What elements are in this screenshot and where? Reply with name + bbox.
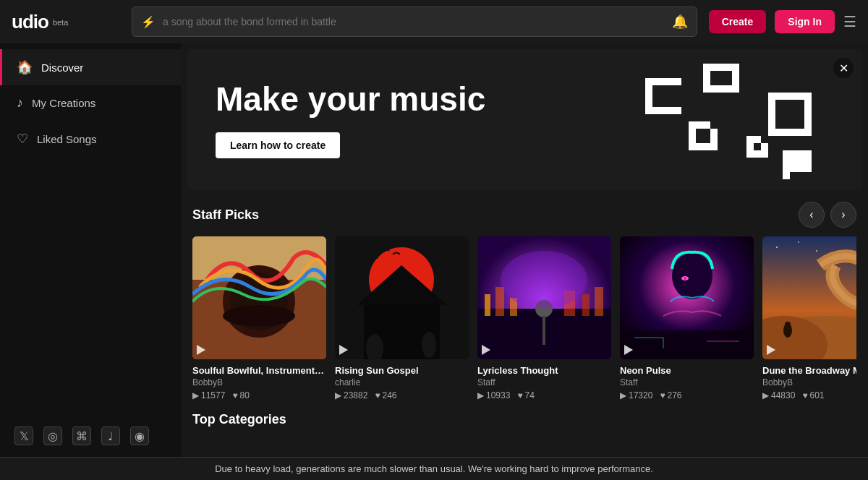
sidebar-item-discover[interactable]: 🏠 Discover bbox=[0, 49, 181, 85]
play-icon-5 bbox=[767, 345, 775, 355]
hero-svg-art bbox=[558, 49, 833, 190]
tiktok-icon[interactable]: ♩ bbox=[101, 427, 120, 445]
svg-rect-24 bbox=[783, 150, 790, 179]
close-hero-button[interactable]: ✕ bbox=[833, 58, 854, 78]
card-stats-5: ▶ 44830 ♥ 601 bbox=[762, 390, 856, 400]
svg-rect-43 bbox=[595, 287, 603, 316]
next-button[interactable]: › bbox=[830, 202, 856, 228]
card-author-1: BobbyB bbox=[192, 377, 326, 387]
heart-icon-5: ♥ bbox=[802, 390, 807, 400]
hero-text: Make your music Learn how to create bbox=[216, 81, 485, 158]
top-categories-title: Top Categories bbox=[192, 412, 856, 427]
create-button[interactable]: Create bbox=[709, 10, 767, 33]
card-image-1[interactable] bbox=[192, 236, 326, 359]
card-stats-4: ▶ 17320 ♥ 276 bbox=[620, 390, 754, 400]
card-author-4: Staff bbox=[620, 377, 754, 387]
play-icon-label: ▶ bbox=[192, 390, 199, 400]
music-note-icon: ♪ bbox=[17, 95, 23, 111]
card-art-svg-5 bbox=[762, 236, 856, 359]
bolt-icon: ⚡ bbox=[141, 15, 156, 29]
svg-rect-42 bbox=[582, 294, 590, 316]
card-title-3: Lyricless Thought bbox=[477, 365, 611, 376]
like-number-2: 246 bbox=[383, 390, 397, 400]
sidebar: 🏠 Discover ♪ My Creations ♡ Liked Songs … bbox=[0, 43, 181, 457]
play-count-5: ▶ 44830 bbox=[762, 390, 795, 400]
card-dune: Dune the Broadway Musica... BobbyB ▶ 448… bbox=[762, 236, 856, 400]
card-stats-3: ▶ 10933 ♥ 74 bbox=[477, 390, 611, 400]
status-message: Due to heavy load, generations are much … bbox=[215, 463, 653, 474]
like-number-4: 276 bbox=[668, 390, 682, 400]
notification-icon[interactable]: 🔔 bbox=[672, 14, 688, 30]
card-image-4[interactable] bbox=[620, 236, 754, 359]
card-art-svg-1 bbox=[192, 236, 326, 359]
content-area: Make your music Learn how to create bbox=[181, 43, 868, 457]
play-icon-3: ▶ bbox=[477, 390, 484, 400]
play-number-1: 11577 bbox=[201, 390, 225, 400]
like-count-5: ♥ 601 bbox=[802, 390, 824, 400]
play-number-4: 17320 bbox=[629, 390, 652, 400]
sidebar-discover-label: Discover bbox=[41, 61, 83, 74]
svg-rect-23 bbox=[804, 150, 812, 172]
play-icon-2: ▶ bbox=[335, 390, 341, 400]
heart-icon-3: ♥ bbox=[517, 390, 522, 400]
svg-point-35 bbox=[422, 332, 436, 358]
play-count-2: ▶ 23882 bbox=[335, 390, 367, 400]
svg-rect-14 bbox=[710, 129, 718, 150]
main-layout: 🏠 Discover ♪ My Creations ♡ Liked Songs … bbox=[0, 43, 868, 457]
svg-rect-51 bbox=[620, 330, 754, 359]
header: udio beta ⚡ 🔔 Create Sign In ☰ bbox=[0, 0, 868, 43]
sidebar-item-liked-songs[interactable]: ♡ Liked Songs bbox=[0, 121, 181, 157]
card-image-3[interactable] bbox=[477, 236, 611, 359]
svg-rect-3 bbox=[703, 64, 710, 93]
play-number-3: 10933 bbox=[486, 390, 510, 400]
svg-rect-38 bbox=[485, 294, 490, 316]
svg-rect-45 bbox=[542, 316, 545, 345]
hero-graphic bbox=[558, 49, 833, 190]
prev-button[interactable]: ‹ bbox=[799, 202, 825, 228]
logo-text: udio bbox=[12, 11, 48, 33]
play-icon-3 bbox=[482, 345, 490, 355]
svg-rect-10 bbox=[768, 129, 812, 136]
svg-rect-39 bbox=[495, 287, 504, 316]
svg-point-62 bbox=[816, 250, 817, 252]
svg-rect-11 bbox=[689, 121, 710, 129]
sidebar-liked-songs-label: Liked Songs bbox=[37, 133, 97, 145]
svg-rect-15 bbox=[746, 136, 761, 143]
card-art-svg-4 bbox=[620, 236, 754, 359]
learn-how-button[interactable]: Learn how to create bbox=[216, 132, 340, 158]
discord-icon[interactable]: ⌘ bbox=[72, 427, 91, 445]
card-image-5[interactable] bbox=[762, 236, 856, 359]
sidebar-my-creations-label: My Creations bbox=[32, 97, 95, 109]
search-input[interactable] bbox=[163, 16, 665, 27]
sign-in-button[interactable]: Sign In bbox=[775, 10, 835, 33]
card-art-svg-3 bbox=[477, 236, 611, 359]
play-icon-4: ▶ bbox=[620, 390, 626, 400]
card-author-5: BobbyB bbox=[762, 377, 856, 387]
menu-icon[interactable]: ☰ bbox=[843, 13, 856, 30]
hero-title: Make your music bbox=[216, 81, 485, 118]
card-title-4: Neon Pulse bbox=[620, 365, 754, 376]
svg-rect-18 bbox=[761, 143, 768, 158]
card-soulful: Soulful Bowlful, Instrumental Hi... Bobb… bbox=[192, 236, 326, 400]
instagram-icon[interactable]: ◎ bbox=[43, 427, 62, 445]
staff-picks-cards: Soulful Bowlful, Instrumental Hi... Bobb… bbox=[192, 236, 856, 400]
reddit-icon[interactable]: ◉ bbox=[130, 427, 149, 445]
svg-rect-1 bbox=[732, 64, 739, 85]
staff-picks-title: Staff Picks bbox=[192, 207, 259, 223]
card-stats-1: ▶ 11577 ♥ 80 bbox=[192, 390, 326, 400]
svg-point-60 bbox=[776, 247, 778, 248]
staff-picks-section: Staff Picks ‹ › bbox=[181, 190, 868, 400]
beta-label: beta bbox=[53, 18, 68, 27]
sidebar-social: 𝕏 ◎ ⌘ ♩ ◉ bbox=[0, 415, 181, 457]
card-author-3: Staff bbox=[477, 377, 611, 387]
search-bar: ⚡ 🔔 bbox=[132, 7, 697, 37]
card-image-2[interactable] bbox=[335, 236, 469, 359]
play-icon-4 bbox=[624, 345, 633, 355]
svg-rect-19 bbox=[790, 150, 797, 165]
header-actions: Create Sign In ☰ bbox=[709, 10, 856, 33]
svg-point-59 bbox=[785, 322, 791, 327]
twitter-icon[interactable]: 𝕏 bbox=[14, 427, 33, 445]
play-count-4: ▶ 17320 bbox=[620, 390, 652, 400]
logo: udio beta bbox=[12, 11, 120, 33]
sidebar-item-my-creations[interactable]: ♪ My Creations bbox=[0, 85, 181, 121]
